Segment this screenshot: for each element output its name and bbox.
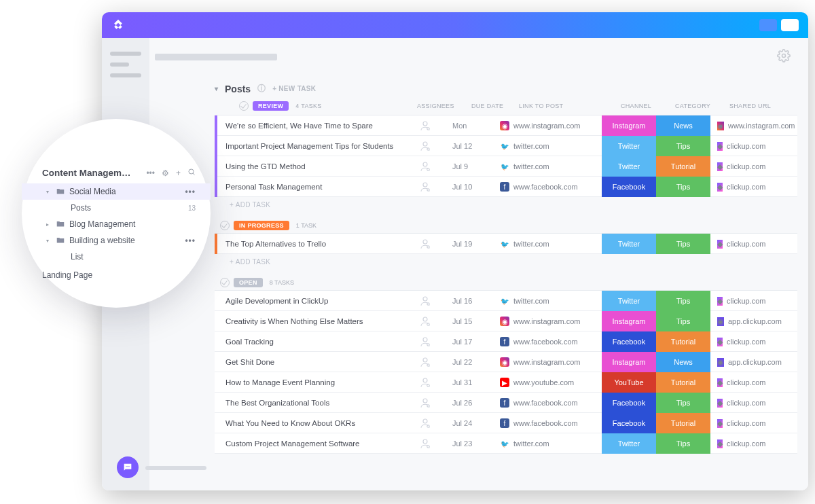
task-title[interactable]: What You Need to Know About OKRs	[219, 419, 398, 427]
sidebar-list-item[interactable]: Posts13	[22, 200, 211, 216]
channel-tag[interactable]: Twitter	[602, 291, 656, 311]
column-header[interactable]: SHARED URL	[729, 103, 797, 109]
info-icon[interactable]: ⓘ	[257, 83, 266, 94]
plus-icon[interactable]: +	[176, 168, 181, 178]
category-tag[interactable]: News	[656, 352, 710, 372]
assignee-add-icon[interactable]	[398, 397, 452, 409]
caret-down-icon[interactable]: ▾	[215, 85, 218, 92]
task-row[interactable]: Custom Project Management Software Jul 2…	[215, 433, 797, 454]
sidebar-folder[interactable]: ▾Social Media•••	[22, 183, 211, 200]
assignee-add-icon[interactable]	[398, 417, 452, 429]
more-icon[interactable]: •••	[146, 168, 155, 178]
assignee-add-icon[interactable]	[398, 437, 452, 450]
due-date[interactable]: Jul 10	[452, 183, 500, 191]
category-tag[interactable]: Tutorial	[656, 413, 710, 433]
assignee-add-icon[interactable]	[398, 376, 452, 389]
link-to-post[interactable]: 🐦twitter.com	[500, 296, 602, 306]
task-title[interactable]: The Top Alternatives to Trello	[219, 240, 398, 248]
task-title[interactable]: How to Manage Event Planning	[219, 378, 398, 386]
due-date[interactable]: Jul 17	[452, 338, 500, 346]
landing-page-link[interactable]: Landing Page	[22, 265, 211, 280]
link-to-post[interactable]: 🐦twitter.com	[500, 141, 602, 151]
channel-tag[interactable]: Instagram	[602, 352, 656, 372]
task-title[interactable]: Custom Project Management Software	[219, 439, 398, 448]
shared-url[interactable]: ◆clickup.com	[710, 183, 797, 192]
link-to-post[interactable]: fwww.facebook.com	[500, 398, 602, 408]
assignee-add-icon[interactable]	[398, 238, 452, 250]
link-to-post[interactable]: ◉www.instagram.com	[500, 357, 602, 367]
column-header[interactable]: ASSIGNEES	[417, 103, 471, 109]
status-pill[interactable]: REVIEW	[253, 101, 289, 111]
more-icon[interactable]: •••	[185, 187, 196, 196]
due-date[interactable]: Jul 23	[452, 439, 500, 448]
task-row[interactable]: How to Manage Event Planning Jul 31 ▶www…	[215, 372, 797, 393]
link-to-post[interactable]: ◉www.instagram.com	[500, 317, 602, 326]
shared-url[interactable]: ◆clickup.com	[710, 142, 797, 151]
due-date[interactable]: Jul 12	[452, 142, 500, 150]
assignee-add-icon[interactable]	[398, 120, 452, 132]
due-date[interactable]: Jul 22	[452, 358, 500, 366]
task-title[interactable]: The Best Organizational Tools	[219, 399, 398, 407]
status-toggle-icon[interactable]	[220, 278, 230, 287]
task-title[interactable]: Get Shit Done	[219, 358, 398, 366]
task-title[interactable]: Personal Task Management	[219, 183, 398, 191]
task-row[interactable]: Creativity is When Nothing Else Matters …	[215, 311, 797, 331]
link-to-post[interactable]: 🐦twitter.com	[500, 439, 602, 448]
shared-url[interactable]: ◆clickup.com	[710, 297, 797, 306]
task-row[interactable]: What You Need to Know About OKRs Jul 24 …	[215, 413, 797, 433]
task-title[interactable]: Using the GTD Method	[219, 162, 398, 170]
shared-url[interactable]: ◉app.clickup.com	[710, 358, 797, 367]
channel-tag[interactable]: Facebook	[602, 331, 656, 352]
assignee-add-icon[interactable]	[398, 160, 452, 173]
assignee-add-icon[interactable]	[398, 336, 452, 348]
task-row[interactable]: Personal Task Management Jul 10 fwww.fac…	[215, 177, 797, 197]
status-toggle-icon[interactable]	[220, 221, 230, 230]
chat-fab[interactable]	[117, 456, 139, 478]
category-tag[interactable]: Tips	[656, 311, 710, 331]
column-header[interactable]: DUE DATE	[471, 103, 519, 109]
due-date[interactable]: Jul 24	[452, 419, 500, 427]
shared-url[interactable]: ◆clickup.com	[710, 399, 797, 408]
due-date[interactable]: Jul 19	[452, 240, 500, 248]
chevron-down-icon[interactable]: ▾	[46, 189, 52, 195]
category-tag[interactable]: Tutorial	[656, 372, 710, 393]
link-to-post[interactable]: fwww.facebook.com	[500, 337, 602, 346]
column-header[interactable]: CATEGORY	[675, 103, 729, 109]
task-title[interactable]: Goal Tracking	[219, 338, 398, 346]
status-pill[interactable]: IN PROGRESS	[234, 221, 289, 230]
task-title[interactable]: Creativity is When Nothing Else Matters	[219, 317, 398, 325]
channel-tag[interactable]: Instagram	[602, 115, 656, 136]
task-row[interactable]: Important Project Management Tips for St…	[215, 136, 797, 156]
chevron-right-icon[interactable]: ▸	[46, 221, 52, 228]
category-tag[interactable]: Tips	[656, 177, 710, 197]
link-to-post[interactable]: fwww.facebook.com	[500, 182, 602, 192]
titlebar-button[interactable]	[759, 19, 777, 31]
assignee-add-icon[interactable]	[398, 140, 452, 152]
category-tag[interactable]: Tips	[656, 433, 710, 454]
shared-url[interactable]: ◉www.instagram.com	[710, 122, 797, 130]
shared-url[interactable]: ◆clickup.com	[710, 240, 797, 249]
task-title[interactable]: Important Project Management Tips for St…	[219, 142, 398, 150]
category-tag[interactable]: Tutorial	[656, 156, 710, 177]
link-to-post[interactable]: ◉www.instagram.com	[500, 121, 602, 130]
channel-tag[interactable]: Twitter	[602, 156, 656, 177]
category-tag[interactable]: Tips	[656, 136, 710, 156]
category-tag[interactable]: Tips	[656, 234, 710, 254]
category-tag[interactable]: Tips	[656, 291, 710, 311]
chevron-down-icon[interactable]: ▾	[46, 238, 52, 244]
channel-tag[interactable]: Twitter	[602, 136, 656, 156]
titlebar-button[interactable]	[781, 19, 799, 31]
new-task-button[interactable]: + NEW TASK	[272, 85, 316, 92]
link-to-post[interactable]: 🐦twitter.com	[500, 239, 602, 249]
channel-tag[interactable]: Facebook	[602, 413, 656, 433]
assignee-add-icon[interactable]	[398, 315, 452, 327]
assignee-add-icon[interactable]	[398, 356, 452, 368]
category-tag[interactable]: Tutorial	[656, 331, 710, 352]
gear-icon[interactable]: ⚙	[162, 168, 169, 178]
channel-tag[interactable]: Facebook	[602, 393, 656, 413]
due-date[interactable]: Jul 9	[452, 162, 500, 170]
due-date[interactable]: Jul 15	[452, 317, 500, 325]
link-to-post[interactable]: ▶www.youtube.com	[500, 378, 602, 387]
shared-url[interactable]: ◆clickup.com	[710, 338, 797, 346]
task-row[interactable]: Get Shit Done Jul 22 ◉www.instagram.com …	[215, 352, 797, 372]
